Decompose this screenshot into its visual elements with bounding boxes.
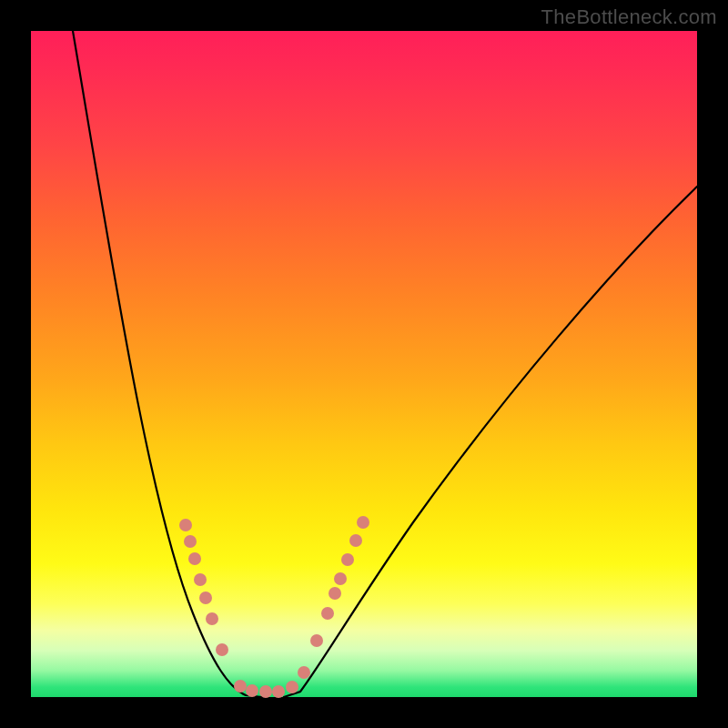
plot-area [31,31,697,697]
data-dot [179,519,192,531]
data-dot [298,666,310,679]
dots-group [179,516,369,698]
data-dot [199,592,212,604]
data-dot [349,534,362,547]
data-dot [329,587,341,600]
data-dot [216,643,228,656]
data-dot [272,685,285,698]
data-dot [246,684,258,697]
data-dot [259,685,272,698]
data-dot [234,680,247,693]
chart-svg [31,31,697,697]
data-dot [206,612,218,625]
curve-left [73,31,262,697]
data-dot [286,681,298,693]
data-dot [357,516,369,529]
data-dot [188,552,201,565]
data-dot [310,634,323,647]
chart-frame: TheBottleneck.com [0,0,728,728]
data-dot [184,535,197,548]
watermark-text: TheBottleneck.com [541,5,717,29]
data-dot [194,573,207,586]
data-dot [321,607,334,620]
data-dot [341,553,354,566]
curve-right [284,187,697,697]
data-dot [334,572,347,585]
